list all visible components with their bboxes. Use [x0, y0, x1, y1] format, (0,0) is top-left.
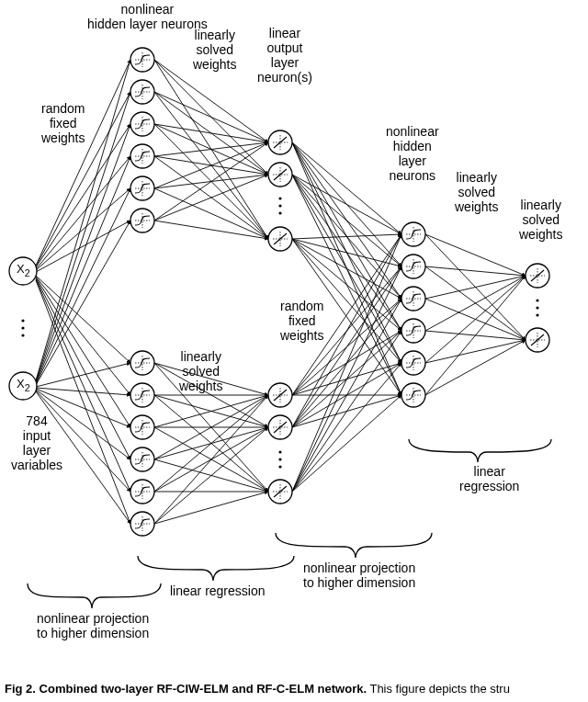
svg-line-70 [154, 492, 268, 524]
label-nonlinear-proj-2: nonlinear projection to higher dimension [303, 560, 415, 590]
label-random-fixed-1: random fixed weights [41, 101, 85, 145]
caption-tail: This figure depicts the stru [367, 682, 510, 696]
svg-line-113 [425, 276, 526, 331]
svg-line-111 [425, 276, 526, 299]
svg-line-104 [292, 331, 401, 492]
caption-bold: Fig 2. Combined two-layer RF-CIW-ELM and… [5, 682, 367, 696]
label-linear-regression-1: linear regression [459, 464, 519, 493]
input-node-label: X2 [17, 378, 30, 393]
svg-line-109 [425, 266, 526, 276]
label-linearly-solved-3: linearly solved weights [519, 198, 562, 242]
svg-line-52 [154, 221, 268, 239]
svg-line-115 [425, 276, 526, 363]
svg-line-118 [425, 340, 526, 395]
diagram-canvas: X2 X2 nonlinear hidden layer neurons lin… [0, 0, 588, 702]
svg-line-41 [154, 124, 268, 142]
svg-line-18 [36, 277, 130, 395]
svg-line-19 [36, 277, 130, 427]
label-random-fixed-2: random fixed weights [280, 299, 323, 343]
label-nonlinear-hidden-2: nonlinear hidden layer neurons [386, 124, 439, 183]
svg-line-38 [154, 92, 268, 142]
label-linear-output-1: linear output layer neuron(s) [257, 26, 312, 85]
svg-line-83 [292, 234, 401, 239]
svg-line-22 [36, 280, 130, 524]
label-linearly-solved-1: linearly solved weights [193, 28, 236, 72]
svg-line-68 [154, 395, 268, 524]
label-nonlinear-proj-1: nonlinear projection to higher dimension [37, 611, 149, 640]
svg-line-96 [292, 266, 401, 427]
svg-line-117 [425, 276, 526, 395]
svg-line-26 [36, 156, 130, 383]
svg-line-35 [154, 60, 268, 142]
label-linearly-solved-4: linearly solved weights [179, 349, 222, 393]
label-input-vars: 784 input layer variables [11, 413, 62, 472]
label-nonlinear-hidden-1: nonlinear hidden layer neurons [87, 2, 208, 31]
svg-line-27 [36, 188, 130, 384]
network-svg [0, 0, 588, 702]
input-node-label: X2 [17, 263, 30, 278]
svg-line-30 [36, 388, 130, 395]
svg-line-105 [292, 363, 401, 492]
svg-line-69 [154, 427, 268, 524]
svg-line-107 [425, 234, 526, 276]
svg-line-77 [292, 175, 401, 234]
svg-line-15 [36, 188, 130, 270]
svg-line-29 [36, 363, 130, 387]
figure-caption: Fig 2. Combined two-layer RF-CIW-ELM and… [5, 682, 588, 696]
svg-line-116 [425, 340, 526, 363]
label-linearly-solved-2: linearly solved weights [455, 170, 498, 214]
dots-icon [21, 319, 24, 336]
label-linear-regression-2: linear regression [170, 583, 266, 598]
svg-line-106 [292, 395, 401, 492]
